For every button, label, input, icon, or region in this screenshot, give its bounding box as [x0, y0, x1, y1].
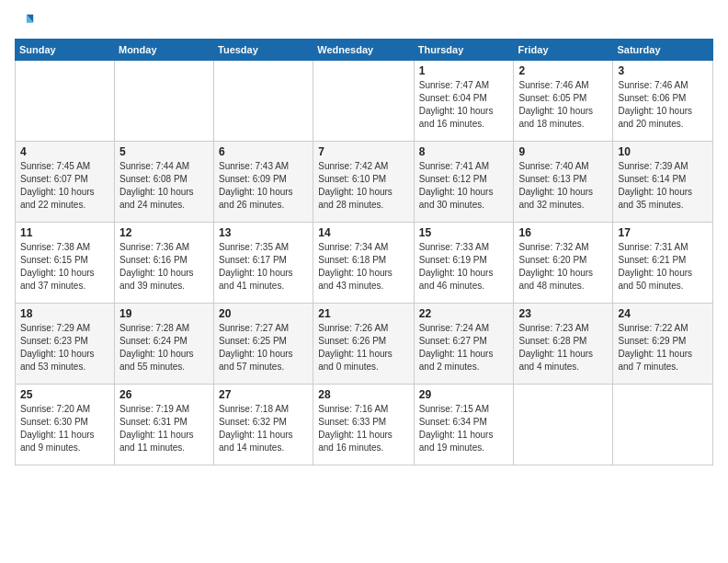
- day-number: 20: [219, 307, 308, 320]
- day-info: Sunrise: 7:46 AM Sunset: 6:06 PM Dayligh…: [618, 79, 708, 131]
- day-info: Sunrise: 7:38 AM Sunset: 6:15 PM Dayligh…: [20, 241, 109, 293]
- day-number: 2: [518, 64, 608, 77]
- day-info: Sunrise: 7:39 AM Sunset: 6:14 PM Dayligh…: [618, 160, 708, 212]
- calendar-cell: 1Sunrise: 7:47 AM Sunset: 6:04 PM Daylig…: [414, 61, 514, 142]
- day-number: 4: [20, 145, 109, 158]
- day-number: 25: [20, 388, 109, 401]
- col-monday: Monday: [114, 40, 213, 61]
- calendar-cell: 6Sunrise: 7:43 AM Sunset: 6:09 PM Daylig…: [214, 142, 313, 223]
- day-number: 17: [618, 226, 708, 239]
- day-number: 11: [20, 226, 109, 239]
- day-number: 12: [119, 226, 209, 239]
- calendar-cell: 26Sunrise: 7:19 AM Sunset: 6:31 PM Dayli…: [114, 385, 213, 465]
- calendar-cell: 3Sunrise: 7:46 AM Sunset: 6:06 PM Daylig…: [613, 61, 713, 142]
- day-number: 29: [419, 388, 509, 401]
- day-info: Sunrise: 7:33 AM Sunset: 6:19 PM Dayligh…: [419, 241, 509, 293]
- day-number: 27: [219, 388, 308, 401]
- calendar-cell: 24Sunrise: 7:22 AM Sunset: 6:29 PM Dayli…: [613, 304, 713, 385]
- day-info: Sunrise: 7:29 AM Sunset: 6:23 PM Dayligh…: [20, 322, 109, 373]
- day-info: Sunrise: 7:16 AM Sunset: 6:33 PM Dayligh…: [318, 403, 409, 454]
- day-info: Sunrise: 7:40 AM Sunset: 6:13 PM Dayligh…: [518, 160, 608, 212]
- day-info: Sunrise: 7:19 AM Sunset: 6:31 PM Dayligh…: [119, 403, 209, 454]
- calendar-cell: 4Sunrise: 7:45 AM Sunset: 6:07 PM Daylig…: [16, 142, 115, 223]
- col-tuesday: Tuesday: [214, 40, 313, 61]
- day-info: Sunrise: 7:26 AM Sunset: 6:26 PM Dayligh…: [318, 322, 409, 373]
- col-saturday: Saturday: [613, 40, 713, 61]
- day-info: Sunrise: 7:47 AM Sunset: 6:04 PM Dayligh…: [419, 79, 509, 131]
- day-info: Sunrise: 7:31 AM Sunset: 6:21 PM Dayligh…: [618, 241, 708, 293]
- calendar-cell: 5Sunrise: 7:44 AM Sunset: 6:08 PM Daylig…: [114, 142, 213, 223]
- calendar-page: Sunday Monday Tuesday Wednesday Thursday…: [0, 0, 728, 563]
- day-info: Sunrise: 7:44 AM Sunset: 6:08 PM Dayligh…: [119, 160, 209, 212]
- calendar-cell: 18Sunrise: 7:29 AM Sunset: 6:23 PM Dayli…: [16, 304, 115, 385]
- calendar-cell: 17Sunrise: 7:31 AM Sunset: 6:21 PM Dayli…: [613, 223, 713, 304]
- logo: [15, 11, 37, 31]
- calendar-week-row: 1Sunrise: 7:47 AM Sunset: 6:04 PM Daylig…: [16, 61, 713, 142]
- calendar-cell: 13Sunrise: 7:35 AM Sunset: 6:17 PM Dayli…: [214, 223, 313, 304]
- calendar-cell: [313, 61, 415, 142]
- calendar-week-row: 4Sunrise: 7:45 AM Sunset: 6:07 PM Daylig…: [16, 142, 713, 223]
- day-number: 28: [318, 388, 409, 401]
- calendar-week-row: 25Sunrise: 7:20 AM Sunset: 6:30 PM Dayli…: [16, 385, 713, 465]
- day-info: Sunrise: 7:18 AM Sunset: 6:32 PM Dayligh…: [219, 403, 308, 454]
- day-number: 10: [618, 145, 708, 158]
- calendar-cell: [16, 61, 115, 142]
- calendar-cell: [214, 61, 313, 142]
- day-number: 18: [20, 307, 109, 320]
- calendar-cell: [114, 61, 213, 142]
- calendar-week-row: 18Sunrise: 7:29 AM Sunset: 6:23 PM Dayli…: [16, 304, 713, 385]
- logo-icon: [15, 11, 35, 31]
- calendar-cell: 29Sunrise: 7:15 AM Sunset: 6:34 PM Dayli…: [414, 385, 514, 465]
- calendar-cell: 27Sunrise: 7:18 AM Sunset: 6:32 PM Dayli…: [214, 385, 313, 465]
- day-number: 5: [119, 145, 209, 158]
- calendar-table: Sunday Monday Tuesday Wednesday Thursday…: [15, 39, 713, 465]
- day-number: 7: [318, 145, 409, 158]
- day-number: 24: [618, 307, 708, 320]
- calendar-cell: 14Sunrise: 7:34 AM Sunset: 6:18 PM Dayli…: [313, 223, 415, 304]
- calendar-cell: 15Sunrise: 7:33 AM Sunset: 6:19 PM Dayli…: [414, 223, 514, 304]
- calendar-header-row: Sunday Monday Tuesday Wednesday Thursday…: [16, 40, 713, 61]
- day-number: 3: [618, 64, 708, 77]
- day-number: 14: [318, 226, 409, 239]
- calendar-cell: 7Sunrise: 7:42 AM Sunset: 6:10 PM Daylig…: [313, 142, 415, 223]
- day-info: Sunrise: 7:42 AM Sunset: 6:10 PM Dayligh…: [318, 160, 409, 212]
- header: [15, 11, 713, 31]
- calendar-cell: 21Sunrise: 7:26 AM Sunset: 6:26 PM Dayli…: [313, 304, 415, 385]
- calendar-cell: [514, 385, 613, 465]
- calendar-cell: 20Sunrise: 7:27 AM Sunset: 6:25 PM Dayli…: [214, 304, 313, 385]
- calendar-cell: 22Sunrise: 7:24 AM Sunset: 6:27 PM Dayli…: [414, 304, 514, 385]
- day-number: 15: [419, 226, 509, 239]
- day-info: Sunrise: 7:45 AM Sunset: 6:07 PM Dayligh…: [20, 160, 109, 212]
- day-info: Sunrise: 7:36 AM Sunset: 6:16 PM Dayligh…: [119, 241, 209, 293]
- day-number: 21: [318, 307, 409, 320]
- day-info: Sunrise: 7:15 AM Sunset: 6:34 PM Dayligh…: [419, 403, 509, 454]
- calendar-cell: 9Sunrise: 7:40 AM Sunset: 6:13 PM Daylig…: [514, 142, 613, 223]
- day-info: Sunrise: 7:24 AM Sunset: 6:27 PM Dayligh…: [419, 322, 509, 373]
- calendar-cell: 19Sunrise: 7:28 AM Sunset: 6:24 PM Dayli…: [114, 304, 213, 385]
- calendar-cell: 12Sunrise: 7:36 AM Sunset: 6:16 PM Dayli…: [114, 223, 213, 304]
- day-number: 22: [419, 307, 509, 320]
- day-number: 13: [219, 226, 308, 239]
- day-number: 1: [419, 64, 509, 77]
- calendar-week-row: 11Sunrise: 7:38 AM Sunset: 6:15 PM Dayli…: [16, 223, 713, 304]
- day-info: Sunrise: 7:34 AM Sunset: 6:18 PM Dayligh…: [318, 241, 409, 293]
- calendar-cell: 28Sunrise: 7:16 AM Sunset: 6:33 PM Dayli…: [313, 385, 415, 465]
- day-number: 9: [518, 145, 608, 158]
- day-info: Sunrise: 7:43 AM Sunset: 6:09 PM Dayligh…: [219, 160, 308, 212]
- day-info: Sunrise: 7:46 AM Sunset: 6:05 PM Dayligh…: [518, 79, 608, 131]
- col-sunday: Sunday: [16, 40, 115, 61]
- day-info: Sunrise: 7:28 AM Sunset: 6:24 PM Dayligh…: [119, 322, 209, 373]
- day-info: Sunrise: 7:32 AM Sunset: 6:20 PM Dayligh…: [518, 241, 608, 293]
- calendar-cell: 23Sunrise: 7:23 AM Sunset: 6:28 PM Dayli…: [514, 304, 613, 385]
- day-number: 16: [518, 226, 608, 239]
- calendar-cell: 10Sunrise: 7:39 AM Sunset: 6:14 PM Dayli…: [613, 142, 713, 223]
- day-info: Sunrise: 7:41 AM Sunset: 6:12 PM Dayligh…: [419, 160, 509, 212]
- col-friday: Friday: [514, 40, 613, 61]
- day-info: Sunrise: 7:35 AM Sunset: 6:17 PM Dayligh…: [219, 241, 308, 293]
- calendar-cell: [613, 385, 713, 465]
- day-number: 23: [518, 307, 608, 320]
- calendar-cell: 16Sunrise: 7:32 AM Sunset: 6:20 PM Dayli…: [514, 223, 613, 304]
- day-number: 8: [419, 145, 509, 158]
- calendar-cell: 8Sunrise: 7:41 AM Sunset: 6:12 PM Daylig…: [414, 142, 514, 223]
- calendar-cell: 25Sunrise: 7:20 AM Sunset: 6:30 PM Dayli…: [16, 385, 115, 465]
